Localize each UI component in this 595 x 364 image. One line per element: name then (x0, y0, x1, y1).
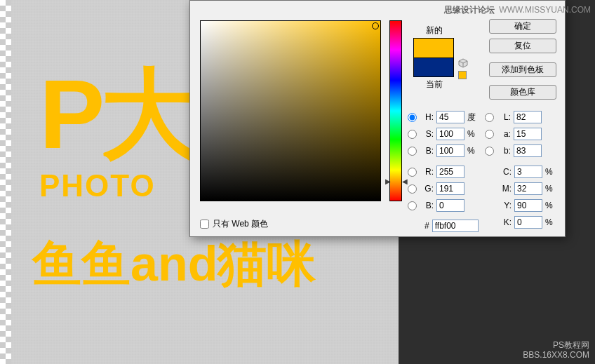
hue-unit: 度 (467, 112, 477, 123)
black-row: K: % (496, 215, 555, 229)
web-colors-only: 只有 Web 颜色 (200, 218, 268, 230)
yellow-row: Y: % (496, 198, 555, 213)
artwork-text-lower: 鱼鱼and猫咪 (32, 231, 316, 297)
brightness-unit: % (467, 146, 477, 156)
reset-button[interactable]: 复位 (489, 39, 556, 53)
cyan-unit: % (545, 167, 555, 177)
cyan-row: C: % (496, 165, 555, 179)
color-picker-dialog: ▶ ◀ 新的 当前 确定 复位 添加到色板 颜色库 H: 度 S: % B: %… (189, 0, 566, 237)
top-watermark: 思缘设计论坛WWW.MISSYUAN.COM (444, 4, 591, 16)
cyan-label: C: (496, 167, 512, 177)
green-row: G: (408, 182, 477, 196)
lab-b-row: b: (485, 144, 554, 158)
lab-b-radio[interactable] (485, 147, 494, 156)
lab-l-input[interactable] (514, 111, 542, 123)
magenta-row: M: % (496, 182, 555, 196)
magenta-unit: % (545, 184, 555, 194)
websafe-swatch[interactable] (458, 71, 467, 79)
new-color-swatch[interactable] (413, 38, 454, 58)
hue-input[interactable] (436, 111, 464, 123)
brightness-label: B: (418, 146, 434, 156)
lab-a-row: a: (485, 127, 554, 141)
black-input[interactable] (514, 216, 542, 229)
blue-radio[interactable] (408, 201, 417, 210)
saturation-input[interactable] (436, 128, 464, 140)
yellow-input[interactable] (514, 199, 542, 212)
saturation-label: S: (418, 129, 434, 139)
add-to-swatches-button[interactable]: 添加到色板 (489, 62, 556, 77)
hue-slider-handle-left[interactable]: ▶ (385, 177, 391, 185)
brightness-radio[interactable] (408, 147, 417, 156)
saturation-unit: % (467, 129, 477, 139)
green-radio[interactable] (408, 184, 417, 194)
saturation-radio[interactable] (408, 130, 417, 139)
yellow-label: Y: (496, 201, 512, 210)
lab-b-input[interactable] (514, 144, 542, 157)
hue-radio[interactable] (408, 113, 417, 122)
artwork-text-large: P大 (39, 49, 194, 182)
color-comparison: 新的 当前 (413, 25, 455, 92)
ok-button[interactable]: 确定 (489, 19, 556, 34)
brightness-row: B: % (408, 144, 477, 158)
color-libraries-button[interactable]: 颜色库 (489, 85, 556, 100)
lab-l-row: L: (485, 110, 554, 124)
hex-row: # (424, 220, 479, 232)
current-color-swatch[interactable] (413, 58, 454, 77)
yellow-unit: % (545, 201, 555, 210)
lab-a-label: a: (495, 129, 511, 139)
red-radio[interactable] (408, 168, 417, 177)
lab-l-radio[interactable] (485, 113, 494, 122)
black-unit: % (545, 217, 555, 227)
hue-slider-handle-right[interactable]: ◀ (402, 177, 408, 185)
green-input[interactable] (436, 182, 464, 195)
lab-a-radio[interactable] (485, 130, 494, 139)
cyan-input[interactable] (514, 166, 542, 178)
red-input[interactable] (436, 166, 464, 178)
brightness-input[interactable] (436, 144, 464, 157)
color-field-cursor (372, 22, 379, 29)
lab-a-input[interactable] (514, 128, 542, 140)
hue-slider[interactable] (389, 20, 402, 201)
saturation-row: S: % (408, 127, 477, 141)
red-row: R: (408, 165, 477, 179)
bottom-watermark: PS教程网 BBS.16XX8.COM (523, 340, 589, 360)
out-of-gamut-icon[interactable] (458, 58, 468, 68)
web-colors-checkbox[interactable] (200, 220, 209, 229)
green-label: G: (418, 184, 434, 194)
lab-l-label: L: (495, 112, 511, 122)
lab-b-label: b: (495, 146, 511, 156)
hue-row: H: 度 (408, 110, 477, 124)
color-field[interactable] (200, 20, 381, 201)
hex-label: # (424, 221, 429, 231)
black-label: K: (496, 217, 512, 227)
web-colors-label: 只有 Web 颜色 (213, 218, 268, 230)
current-color-label: 当前 (413, 79, 455, 90)
blue-row: B: (408, 198, 477, 213)
artwork-text-medium: PHOTO (39, 168, 156, 203)
magenta-input[interactable] (514, 182, 542, 195)
hex-input[interactable] (432, 220, 479, 232)
blue-label: B: (418, 201, 434, 210)
hue-label: H: (418, 112, 434, 122)
blue-input[interactable] (436, 199, 464, 212)
new-color-label: 新的 (413, 25, 455, 36)
magenta-label: M: (496, 184, 512, 194)
red-label: R: (418, 167, 434, 177)
